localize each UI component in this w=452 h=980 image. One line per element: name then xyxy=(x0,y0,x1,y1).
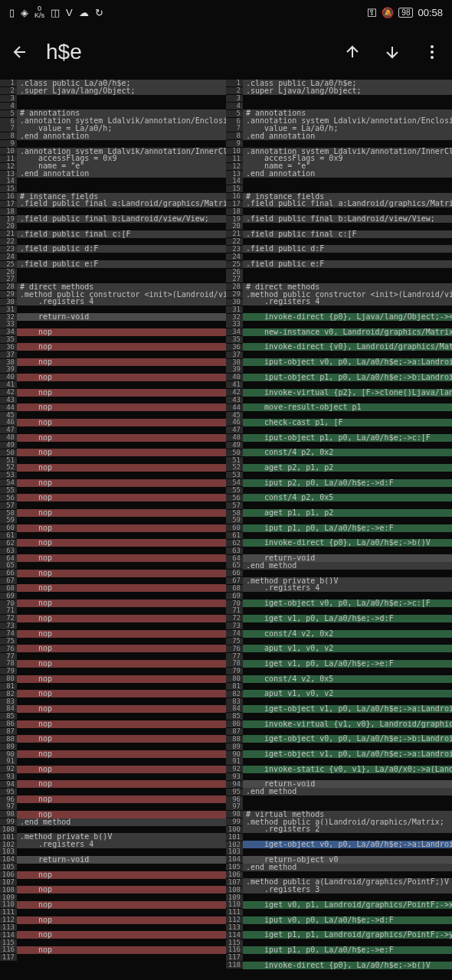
code-line[interactable]: 84 iget-object v1, p0, La/a0/h$e;->a:Lan… xyxy=(226,705,452,713)
code-line[interactable]: 36 nop xyxy=(0,344,226,351)
code-line[interactable]: 99.end method xyxy=(0,818,226,826)
code-line[interactable]: 109 xyxy=(0,893,226,901)
code-line[interactable]: 69 xyxy=(0,592,226,599)
code-line[interactable]: 83 xyxy=(0,697,226,705)
code-line[interactable]: 75 xyxy=(0,637,226,645)
code-line[interactable]: 39 xyxy=(0,366,226,374)
diff-viewer[interactable]: 1.class public La/a0/h$e;2.super Ljava/l… xyxy=(0,80,452,980)
code-line[interactable]: 94 nop xyxy=(0,780,226,788)
code-line[interactable]: 7 value = La/a0/h; xyxy=(226,125,452,132)
code-line[interactable]: 71 xyxy=(0,607,226,615)
code-line[interactable]: 77 xyxy=(226,652,452,660)
code-line[interactable]: 46 check-cast p1, [F xyxy=(226,419,452,426)
code-line[interactable]: 112 iput v0, p0, La/a0/h$e;->d:F xyxy=(226,916,452,924)
code-line[interactable]: 3 xyxy=(226,95,452,103)
code-line[interactable]: 50 nop xyxy=(0,449,226,456)
code-line[interactable]: 88 nop xyxy=(0,735,226,743)
back-button[interactable] xyxy=(6,38,34,66)
code-line[interactable]: 31 xyxy=(226,305,452,313)
right-pane[interactable]: 1.class public La/a0/h$e;2.super Ljava/l… xyxy=(226,80,452,980)
code-line[interactable]: 51 xyxy=(0,456,226,464)
code-line[interactable]: 118 invoke-direct {p0}, La/a0/h$e;->b()V xyxy=(226,962,452,969)
code-line[interactable]: 5# annotations xyxy=(0,109,226,117)
code-line[interactable]: 82 nop xyxy=(0,690,226,697)
code-line[interactable]: 103 xyxy=(226,848,452,856)
code-line[interactable]: 61 xyxy=(0,532,226,540)
code-line[interactable]: 70 iget-object v0, p0, La/a0/h$e;->c:[F xyxy=(226,599,452,607)
code-line[interactable]: 70 nop xyxy=(0,599,226,607)
code-line[interactable]: 28# direct methods xyxy=(0,283,226,291)
code-line[interactable]: 41 xyxy=(0,381,226,389)
code-line[interactable]: 28# direct methods xyxy=(226,283,452,291)
code-line[interactable]: 100 .registers 2 xyxy=(226,826,452,834)
code-line[interactable]: 113 xyxy=(0,924,226,932)
code-line[interactable]: 12 name = "e" xyxy=(226,162,452,170)
code-line[interactable]: 67 xyxy=(0,577,226,585)
code-line[interactable]: 53 xyxy=(226,472,452,479)
code-line[interactable]: 52 nop xyxy=(0,464,226,472)
code-line[interactable]: 61 xyxy=(226,532,452,540)
code-line[interactable]: 73 xyxy=(226,622,452,630)
code-line[interactable]: 19.field public final b:Landroid/view/Vi… xyxy=(0,215,226,223)
code-line[interactable]: 4 xyxy=(226,103,452,110)
code-line[interactable]: 18 xyxy=(226,207,452,215)
code-line[interactable]: 110 nop xyxy=(0,901,226,909)
code-line[interactable]: 79 xyxy=(0,668,226,675)
code-line[interactable]: 96 xyxy=(226,795,452,803)
code-line[interactable]: 45 xyxy=(226,411,452,419)
code-line[interactable]: 35 xyxy=(226,336,452,344)
code-line[interactable]: 89 xyxy=(226,743,452,750)
code-line[interactable]: 114 nop xyxy=(0,931,226,939)
code-line[interactable]: 36 invoke-direct {v0}, Landroid/graphics… xyxy=(226,344,452,351)
code-line[interactable]: 31 xyxy=(0,305,226,313)
next-diff-button[interactable] xyxy=(378,38,406,66)
code-line[interactable]: 14 xyxy=(0,178,226,185)
code-line[interactable]: 33 xyxy=(226,321,452,328)
code-line[interactable]: 108 .registers 3 xyxy=(226,886,452,893)
code-line[interactable]: 78 iget v1, p0, La/a0/h$e;->e:F xyxy=(226,660,452,668)
code-line[interactable]: 46 nop xyxy=(0,419,226,426)
code-line[interactable]: 8.end annotation xyxy=(226,132,452,140)
code-line[interactable]: 50 const/4 p2, 0x2 xyxy=(226,449,452,456)
code-line[interactable]: 13.end annotation xyxy=(226,170,452,178)
code-line[interactable]: 115 xyxy=(0,939,226,946)
code-line[interactable]: 102 .registers 4 xyxy=(0,841,226,848)
code-line[interactable]: 73 xyxy=(0,622,226,630)
code-line[interactable]: 56 nop xyxy=(0,494,226,501)
code-line[interactable]: 80 const/4 v2, 0x5 xyxy=(226,675,452,683)
code-line[interactable]: 12 name = "e" xyxy=(0,162,226,170)
code-line[interactable]: 90 iget-object v1, p0, La/a0/h$e;->a:Lan… xyxy=(226,750,452,758)
code-line[interactable]: 117 xyxy=(226,954,452,962)
code-line[interactable]: 55 xyxy=(0,487,226,495)
code-line[interactable]: 25.field public e:F xyxy=(226,260,452,268)
code-line[interactable]: 20 xyxy=(0,223,226,230)
code-line[interactable]: 116 iput p1, p0, La/a0/h$e;->e:F xyxy=(226,946,452,954)
code-line[interactable]: 97 xyxy=(226,803,452,811)
code-line[interactable]: 94 return-void xyxy=(226,780,452,788)
code-line[interactable]: 7 value = La/a0/h; xyxy=(0,125,226,132)
prev-diff-button[interactable] xyxy=(339,38,366,66)
code-line[interactable]: 27 xyxy=(226,276,452,283)
code-line[interactable]: 59 xyxy=(226,517,452,524)
code-line[interactable]: 86 nop xyxy=(0,720,226,728)
code-line[interactable]: 102 iget-object v0, p0, La/a0/h$e;->a:La… xyxy=(226,841,452,848)
code-line[interactable]: 15 xyxy=(0,185,226,193)
code-line[interactable]: 47 xyxy=(0,426,226,434)
code-line[interactable]: 96 nop xyxy=(0,795,226,803)
code-line[interactable]: 44 nop xyxy=(0,403,226,411)
code-line[interactable]: 71 xyxy=(226,607,452,615)
code-line[interactable]: 101.method private b()V xyxy=(0,833,226,841)
code-line[interactable]: 112 nop xyxy=(0,916,226,924)
code-line[interactable]: 19.field public final b:Landroid/view/Vi… xyxy=(226,215,452,223)
code-line[interactable]: 67.method private b()V xyxy=(226,577,452,585)
code-line[interactable]: 55 xyxy=(226,487,452,495)
code-line[interactable]: 20 xyxy=(226,223,452,230)
code-line[interactable]: 40 nop xyxy=(0,374,226,381)
code-line[interactable]: 95 xyxy=(0,788,226,795)
code-line[interactable]: 4 xyxy=(0,103,226,110)
code-line[interactable]: 104 return-object v0 xyxy=(226,856,452,864)
code-line[interactable]: 91 xyxy=(0,758,226,766)
code-line[interactable]: 1.class public La/a0/h$e; xyxy=(226,80,452,87)
code-line[interactable]: 24 xyxy=(0,253,226,260)
code-line[interactable]: 64 nop xyxy=(0,554,226,562)
